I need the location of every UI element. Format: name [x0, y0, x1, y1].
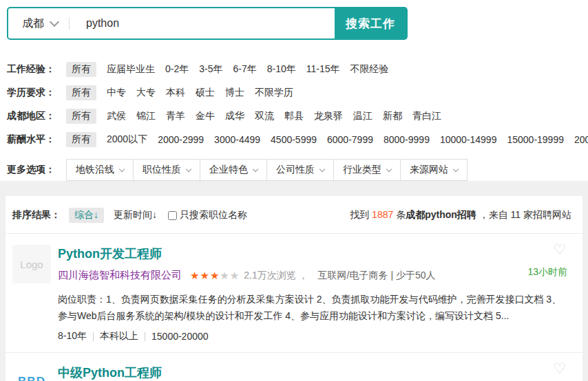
filter-row-experience: 工作经验： 所有 应届毕业生0-2年3-5年6-7年8-10年11-15年不限经… [7, 63, 588, 76]
filter-option[interactable]: 应届毕业生 [107, 63, 155, 76]
favorite-heart-icon[interactable]: ♡ [553, 242, 566, 257]
filter-option[interactable]: 龙泉驿 [314, 110, 343, 122]
city-selector[interactable]: 成都 [8, 8, 69, 39]
filter-row-district: 成都地区： 所有 武侯锦江青羊金牛成华双流郫县龙泉驿温江新都青白江 [7, 109, 588, 123]
city-label: 成都 [22, 17, 44, 31]
chevron-down-icon [253, 166, 258, 171]
company-logo: BBD [12, 364, 51, 381]
company-link[interactable]: 四川海德智和科技有限公司 [58, 269, 182, 282]
filter-option[interactable]: 6000-7999 [327, 134, 373, 145]
filter-option[interactable]: 青羊 [166, 110, 185, 122]
filter-option[interactable]: 不限经验 [350, 63, 389, 76]
filter-option[interactable]: 20000- [574, 134, 588, 145]
dropdown-label: 企业特色 [209, 164, 248, 176]
chevron-down-icon [186, 166, 191, 171]
filter-option[interactable]: 大专 [136, 87, 156, 99]
dropdown-label: 职位性质 [143, 164, 181, 176]
filter-option[interactable]: 金牛 [196, 110, 215, 122]
filter-option[interactable]: 2000-2999 [158, 134, 204, 145]
more-option-dropdown[interactable]: 来源网站 [400, 159, 468, 181]
industry-size: 互联网/电子商务 | 少于50人 [318, 270, 436, 282]
more-options-row: 更多选项： 地铁沿线职位性质企业特色公司性质行业类型来源网站 [7, 159, 588, 181]
filter-option[interactable]: 本科 [166, 87, 185, 99]
dropdown-label: 来源网站 [410, 164, 448, 176]
sort-update-time[interactable]: 更新时间↓ [114, 209, 157, 221]
filter-option[interactable]: 3000-4499 [214, 134, 260, 145]
chevron-down-icon [50, 17, 59, 26]
meta-salary: 15000-20000 [151, 331, 209, 342]
filter-option[interactable]: 6-7年 [233, 63, 256, 76]
filter-option[interactable]: 10000-14999 [440, 134, 497, 145]
filter-option[interactable]: 3-5年 [199, 63, 222, 76]
dropdown-label: 地铁沿线 [76, 164, 114, 176]
result-keyword: 成都python招聘 [406, 209, 476, 220]
filter-label: 工作经验： [7, 63, 66, 76]
filter-label: 学历要求： [7, 87, 66, 99]
more-options-label: 更多选项： [7, 164, 66, 176]
post-time: 13小时前 [527, 266, 567, 279]
sort-bar: 排序结果： 综合↓ 更新时间↓ 只搜索职位名称 找到 1887 条成都pytho… [6, 196, 582, 234]
filter-option[interactable]: 8000-9999 [384, 134, 430, 145]
filter-option[interactable]: 硕士 [196, 87, 215, 99]
filter-option[interactable]: 锦江 [136, 110, 156, 122]
title-only-label: 只搜索职位名称 [180, 209, 247, 221]
company-logo: Logo [12, 245, 51, 283]
filter-option[interactable]: 11-15年 [306, 63, 340, 76]
title-only-checkbox[interactable] [168, 211, 177, 220]
summary-mid: 条 [393, 209, 406, 220]
view-count: 2.1万次浏览 ， [244, 270, 308, 282]
filter-option[interactable]: 不限学历 [255, 87, 293, 99]
rating-stars: ★★★★★ [190, 270, 240, 282]
job-listing-2: BBD 中级Python工程师 成都数联铭品科技有限公司 ★★★★★ 1.8万次… [6, 352, 582, 381]
filter-option[interactable]: 0-2年 [165, 63, 189, 76]
filter-selected-all[interactable]: 所有 [66, 132, 96, 147]
chevron-down-icon [386, 166, 392, 171]
search-bar: 成都 搜索工作 [7, 7, 408, 40]
summary-suffix: ，来自 11 家招聘网站 [476, 209, 571, 220]
filter-option[interactable]: 中专 [107, 87, 126, 99]
filter-selected-all[interactable]: 所有 [66, 109, 96, 124]
logo-text: BBD [18, 375, 45, 381]
meta-experience: 8-10年 [58, 330, 87, 342]
search-button[interactable]: 搜索工作 [335, 8, 406, 39]
divider [93, 332, 94, 341]
sort-label: 排序结果： [12, 209, 61, 221]
favorite-heart-icon[interactable]: ♡ [553, 361, 566, 375]
job-title-link[interactable]: 中级Python工程师 [58, 364, 162, 381]
chevron-down-icon [319, 166, 325, 171]
more-option-dropdown[interactable]: 公司性质 [266, 159, 334, 181]
more-option-dropdown[interactable]: 地铁沿线 [66, 159, 134, 181]
chevron-down-icon [453, 166, 459, 171]
job-title-link[interactable]: Python开发工程师 [58, 246, 162, 262]
filter-row-education: 学历要求： 所有 中专大专本科硕士博士不限学历 [7, 86, 588, 100]
filter-option[interactable]: 4500-5999 [271, 134, 317, 145]
filter-option[interactable]: 武侯 [107, 110, 126, 122]
filter-option[interactable]: 博士 [225, 87, 244, 99]
filter-row-salary: 薪酬水平： 所有 2000以下2000-29993000-44994500-59… [7, 133, 588, 146]
filter-option[interactable]: 青白江 [412, 110, 441, 122]
divider [145, 332, 145, 341]
more-option-dropdown[interactable]: 职位性质 [133, 159, 200, 181]
sort-comprehensive[interactable]: 综合↓ [69, 208, 104, 223]
more-option-dropdown[interactable]: 行业类型 [333, 159, 401, 181]
filter-selected-all[interactable]: 所有 [66, 85, 96, 100]
dropdown-label: 行业类型 [343, 164, 381, 176]
filter-option[interactable]: 郫县 [284, 110, 304, 122]
filter-label: 成都地区： [7, 110, 66, 122]
filter-option[interactable]: 双流 [255, 110, 274, 122]
filter-option[interactable]: 8-10年 [267, 63, 296, 76]
filter-label: 薪酬水平： [7, 133, 66, 146]
filter-option[interactable]: 温江 [353, 110, 372, 122]
search-input[interactable] [70, 8, 335, 39]
filter-option[interactable]: 新都 [383, 110, 402, 122]
search-filter-section: 成都 搜索工作 工作经验： 所有 应届毕业生0-2年3-5年6-7年8-10年1… [0, 0, 588, 181]
result-summary: 找到 1887 条成都python招聘 ，来自 11 家招聘网站 [350, 209, 571, 221]
filter-selected-all[interactable]: 所有 [66, 62, 96, 77]
more-option-dropdown[interactable]: 企业特色 [200, 159, 267, 181]
filter-option[interactable]: 成华 [225, 110, 244, 122]
summary-prefix: 找到 [350, 209, 372, 220]
filter-option[interactable]: 2000以下 [107, 133, 147, 146]
meta-education: 本科以上 [100, 330, 138, 342]
filter-option[interactable]: 15000-19999 [507, 134, 564, 145]
results-card: 排序结果： 综合↓ 更新时间↓ 只搜索职位名称 找到 1887 条成都pytho… [6, 196, 582, 381]
